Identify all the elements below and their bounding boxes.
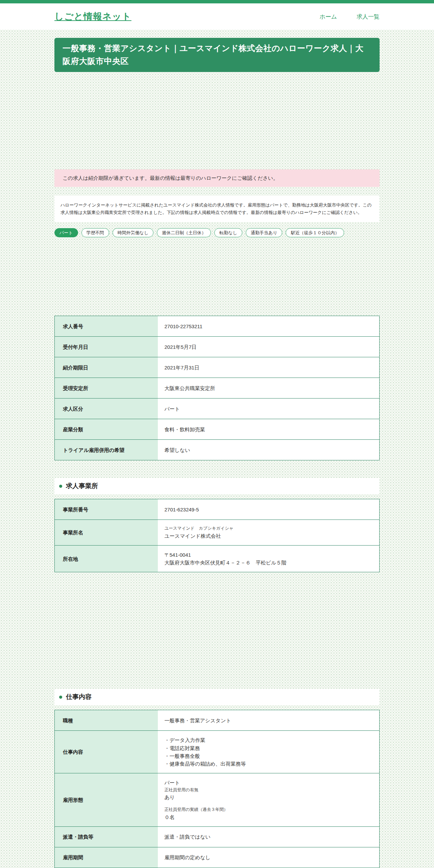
table-row: 事業所名ユースマインド カブシキガイシャユースマインド株式会社	[55, 520, 380, 546]
main-nav: ホーム 求人一覧	[319, 13, 380, 21]
section-bullet-icon	[59, 485, 62, 488]
value-line: ・データ入力作業	[165, 736, 375, 744]
value-line: ０名	[165, 813, 375, 821]
row-value: ユースマインド カブシキガイシャユースマインド株式会社	[158, 520, 380, 546]
site-logo[interactable]: しごと情報ネット	[54, 10, 131, 23]
table-row: 紹介期限日2021年7月31日	[55, 357, 380, 378]
tag-badge: 転勤なし	[214, 228, 242, 238]
empty-ad-slot-1	[54, 72, 380, 169]
value-line: 2021年7月31日	[165, 364, 375, 371]
job-summary-text: ハローワークインターネットサービスに掲載されたユースマインド株式会社の求人情報で…	[54, 196, 380, 222]
table-row: 所在地〒541-0041大阪府大阪市中央区伏見町４－２－６ 平松ビル５階	[55, 545, 380, 572]
value-line: 〒541-0041	[165, 551, 375, 559]
value-line: 希望しない	[165, 446, 375, 454]
value-line: 2701-623249-5	[165, 506, 375, 513]
value-line: 27010-22753211	[165, 322, 375, 330]
row-label: 受付年月日	[55, 337, 158, 357]
empty-ad-slot-3	[54, 572, 380, 689]
row-value: 〒541-0041大阪府大阪市中央区伏見町４－２－６ 平松ビル５階	[158, 545, 380, 572]
table-row: 求人区分パート	[55, 399, 380, 419]
row-label: 事業所番号	[55, 499, 158, 520]
section-header-office: 求人事業所	[54, 478, 380, 494]
row-label: 職種	[55, 710, 158, 731]
value-line: 雇用期間の定めなし	[165, 853, 375, 861]
table-row: 受付年月日2021年5月7日	[55, 337, 380, 357]
section-header-job-detail: 仕事内容	[54, 689, 380, 705]
value-line: ・電話応対業務	[165, 744, 375, 752]
expired-notice: この求人は紹介期限が過ぎています。最新の情報は最寄りのハローワークにご確認くださ…	[54, 169, 380, 187]
value-line: 派遣・請負ではない	[165, 833, 375, 841]
table-row: 派遣・請負等派遣・請負ではない	[55, 826, 380, 847]
site-header: しごと情報ネット ホーム 求人一覧	[0, 3, 434, 30]
value-line: パート	[165, 779, 375, 787]
row-value: 27010-22753211	[158, 316, 380, 337]
table-row: 職種一般事務・営業アシスタント	[55, 710, 380, 731]
table-row: 雇用形態パート正社員登用の有無あり正社員登用の実績（過去３年間）０名	[55, 773, 380, 827]
page-body: 一般事務・営業アシスタント｜ユースマインド株式会社のハローワーク求人｜大阪府大阪…	[0, 30, 434, 868]
row-label: 受理安定所	[55, 378, 158, 399]
value-line: ユースマインド カブシキガイシャ	[165, 525, 375, 532]
tag-badge: 週休二日制（土日休）	[157, 228, 211, 238]
value-line: 正社員登用の有無	[165, 787, 375, 793]
row-label: 紹介期限日	[55, 357, 158, 378]
row-value: 希望しない	[158, 440, 380, 460]
job-summary-table: 求人番号27010-22753211受付年月日2021年5月7日紹介期限日202…	[54, 316, 380, 460]
tag-badge: パート	[54, 228, 78, 238]
row-label: 産業分類	[55, 419, 158, 440]
row-value: 一般事務・営業アシスタント	[158, 710, 380, 731]
nav-link-job-list[interactable]: 求人一覧	[357, 13, 380, 21]
table-row: 雇用期間雇用期間の定めなし	[55, 847, 380, 868]
row-label: 求人区分	[55, 399, 158, 419]
value-line: 大阪府大阪市中央区伏見町４－２－６ 平松ビル５階	[165, 559, 375, 566]
table-row: トライアル雇用併用の希望希望しない	[55, 440, 380, 460]
page-title: 一般事務・営業アシスタント｜ユースマインド株式会社のハローワーク求人｜大阪府大阪…	[54, 38, 380, 72]
condition-tags: パート学歴不問時間外労働なし週休二日制（土日休）転勤なし通勤手当あり駅近（徒歩１…	[54, 228, 380, 238]
table-row: 仕事内容・データ入力作業・電話応対業務・一般事務全般・健康食品等の箱詰め、出荷業…	[55, 731, 380, 773]
section-title: 求人事業所	[66, 482, 98, 490]
row-label: 所在地	[55, 545, 158, 572]
table-row: 事業所番号2701-623249-5	[55, 499, 380, 520]
office-table: 事業所番号2701-623249-5事業所名ユースマインド カブシキガイシャユー…	[54, 499, 380, 572]
job-detail-table: 職種一般事務・営業アシスタント仕事内容・データ入力作業・電話応対業務・一般事務全…	[54, 710, 380, 868]
value-line: ・健康食品等の箱詰め、出荷業務等	[165, 760, 375, 768]
row-value: 派遣・請負ではない	[158, 826, 380, 847]
tag-badge: 通勤手当あり	[246, 228, 283, 238]
row-value: パート	[158, 399, 380, 419]
table-row: 受理安定所大阪東公共職業安定所	[55, 378, 380, 399]
row-label: 求人番号	[55, 316, 158, 337]
row-label: 派遣・請負等	[55, 826, 158, 847]
value-line: 食料・飲料卸売業	[165, 426, 375, 433]
value-line: ユースマインド株式会社	[165, 532, 375, 540]
value-line: 一般事務・営業アシスタント	[165, 717, 375, 724]
value-line: あり	[165, 793, 375, 801]
tag-badge: 時間外労働なし	[113, 228, 154, 238]
empty-ad-slot-2	[54, 237, 380, 316]
value-line: ・一般事務全般	[165, 752, 375, 760]
top-accent-bar	[0, 0, 434, 3]
row-value: ・データ入力作業・電話応対業務・一般事務全般・健康食品等の箱詰め、出荷業務等	[158, 731, 380, 773]
tag-badge: 学歴不問	[81, 228, 109, 238]
row-label: 雇用形態	[55, 773, 158, 827]
row-label: 仕事内容	[55, 731, 158, 773]
value-line: 正社員登用の実績（過去３年間）	[165, 806, 375, 813]
row-label: 事業所名	[55, 520, 158, 546]
row-label: 雇用期間	[55, 847, 158, 868]
row-label: トライアル雇用併用の希望	[55, 440, 158, 460]
row-value: 雇用期間の定めなし	[158, 847, 380, 868]
section-bullet-icon	[59, 696, 62, 699]
row-value: 大阪東公共職業安定所	[158, 378, 380, 399]
value-line: パート	[165, 405, 375, 413]
row-value: 2021年5月7日	[158, 337, 380, 357]
table-row: 産業分類食料・飲料卸売業	[55, 419, 380, 440]
section-title: 仕事内容	[66, 693, 92, 701]
nav-link-home[interactable]: ホーム	[319, 13, 337, 21]
value-line: 2021年5月7日	[165, 343, 375, 351]
tag-badge: 駅近（徒歩１０分以内）	[286, 228, 344, 238]
row-value: 2701-623249-5	[158, 499, 380, 520]
row-value: パート正社員登用の有無あり正社員登用の実績（過去３年間）０名	[158, 773, 380, 827]
table-row: 求人番号27010-22753211	[55, 316, 380, 337]
row-value: 2021年7月31日	[158, 357, 380, 378]
value-line: 大阪東公共職業安定所	[165, 384, 375, 392]
row-value: 食料・飲料卸売業	[158, 419, 380, 440]
